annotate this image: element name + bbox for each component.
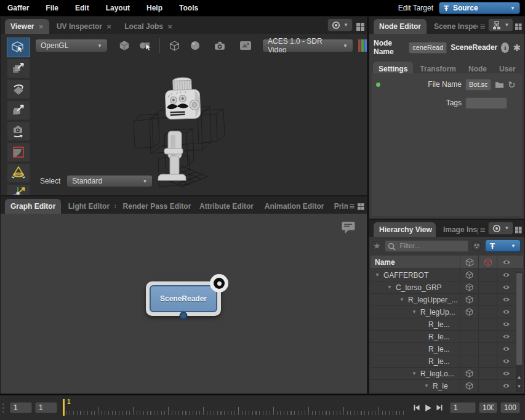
hierarchy-pin-dropdown[interactable]: Ŧ ▼ [485, 240, 521, 252]
tab-scene-inspector[interactable]: Scene Inspecto [428, 19, 478, 34]
frame-input[interactable] [450, 402, 476, 413]
visibility-eye-icon[interactable] [497, 368, 515, 379]
colorspace-dropdown[interactable]: ACES 1.0 - SDR Video ▼ [262, 39, 353, 52]
tab-node-editor[interactable]: Node Editor✕ [374, 19, 427, 34]
range-end-input[interactable] [479, 402, 497, 413]
viewer-viewport[interactable]: OpenGL ▼ ACES 1.0 - SDR V [1, 34, 367, 195]
menu-help[interactable]: Help [146, 4, 162, 12]
table-row[interactable]: R_le... [371, 343, 523, 355]
folder-icon[interactable] [495, 80, 504, 89]
crop-window-tool-button[interactable] [7, 142, 30, 162]
tab-light-editor[interactable]: Light Editor✕ [63, 199, 116, 214]
tab-animation-editor[interactable]: Animation Editor✕ [259, 199, 327, 214]
scrollbar-thumb[interactable] [516, 273, 522, 365]
close-icon[interactable]: ✕ [425, 23, 427, 30]
current-frame-input[interactable] [35, 402, 57, 413]
bookmark-star-icon[interactable]: ★ [373, 241, 381, 251]
tab-hierarchy-view[interactable]: Hierarchy View✕ [374, 222, 436, 237]
playhead[interactable] [63, 399, 65, 416]
tags-input[interactable] [465, 97, 507, 109]
name-column-header[interactable]: Name [371, 258, 460, 267]
timeline-ruler[interactable]: 1 [63, 398, 404, 417]
gear-icon[interactable]: ✱ [513, 43, 521, 52]
panel-menu-icon[interactable]: ≡ [350, 201, 355, 211]
visibility-eye-icon[interactable] [497, 269, 515, 281]
filter-input[interactable] [385, 240, 468, 252]
tab-graph-editor[interactable]: Graph Editor✕ [5, 199, 61, 214]
node-output-port[interactable] [180, 312, 188, 320]
drawing-mode-sphere-icon[interactable] [187, 38, 203, 53]
annotation-bubble-icon[interactable] [341, 221, 356, 234]
scroll-up-icon[interactable]: ▲ [516, 373, 523, 382]
channels-icon[interactable] [358, 39, 367, 52]
shader-cell[interactable] [460, 281, 478, 293]
visibility-eye-icon[interactable] [497, 380, 515, 392]
expand-arrow-icon[interactable]: ▼ [424, 383, 429, 389]
expand-arrow-icon[interactable]: ▼ [375, 272, 380, 278]
shader-cell[interactable] [460, 380, 478, 392]
expand-arrow-icon[interactable]: ▼ [412, 371, 417, 376]
selection-mask-icon[interactable] [137, 38, 153, 53]
scale-tool-button[interactable] [7, 100, 30, 120]
expand-arrow-icon[interactable]: ▼ [387, 285, 392, 290]
viewer-target-menu-button[interactable]: ▼ [327, 18, 353, 31]
skip-to-end-icon[interactable] [436, 404, 443, 411]
filter-options-icon[interactable] [472, 241, 481, 251]
table-row[interactable]: ▼C_torso_GRP [371, 281, 523, 294]
menu-gaffer[interactable]: Gaffer [7, 4, 29, 12]
table-row[interactable]: R_le... [371, 355, 523, 368]
playback-end-input[interactable] [500, 402, 520, 413]
shader-cell[interactable] [460, 306, 478, 318]
tab-primitive-inspector[interactable]: Prim [329, 199, 348, 214]
drag-grip[interactable] [2, 403, 4, 413]
rotate-tool-button[interactable] [7, 79, 30, 99]
node-editor-follow-button[interactable]: ▼ [488, 18, 513, 31]
table-row[interactable]: R_le... [371, 318, 523, 331]
table-row[interactable]: ▼R_le [371, 380, 523, 392]
scroll-down-icon[interactable]: ▼ [516, 382, 523, 391]
tab-render-pass-editor[interactable]: Render Pass Editor✕ [118, 199, 192, 214]
graph-editor-canvas[interactable]: SceneReader [1, 214, 367, 394]
play-icon[interactable] [424, 404, 432, 412]
hierarchy-target-menu-button[interactable]: ▼ [488, 222, 513, 235]
table-row[interactable]: ▼R_legLo... [371, 368, 523, 380]
close-icon[interactable]: ✕ [60, 203, 60, 210]
close-icon[interactable]: ✕ [38, 23, 43, 30]
table-row[interactable]: R_le... [371, 331, 523, 343]
shader-cell[interactable] [460, 294, 478, 305]
frame-range-start-input[interactable] [10, 402, 32, 413]
visibility-eye-icon[interactable] [497, 281, 515, 293]
shader-cell[interactable] [460, 368, 478, 379]
panel-menu-icon[interactable]: ≡ [480, 225, 486, 234]
tab-local-jobs[interactable]: Local Jobs✕ [119, 19, 178, 34]
layout-grid-icon[interactable] [356, 23, 364, 31]
tab-uv-inspector[interactable]: UV Inspector✕ [51, 19, 117, 34]
light-position-tool-button[interactable] [7, 184, 30, 195]
visibility-eye-icon[interactable] [497, 331, 515, 342]
tab-attribute-editor[interactable]: Attribute Editor✕ [194, 199, 257, 214]
focus-ring-icon[interactable] [210, 274, 228, 293]
scrollbar[interactable]: ▲ ▼ [516, 272, 523, 392]
translate-tool-button[interactable] [7, 59, 30, 78]
node-name-input[interactable] [409, 42, 447, 54]
expand-arrow-icon[interactable]: ▼ [412, 309, 417, 315]
file-name-input[interactable] [465, 79, 491, 91]
visibility-eye-icon[interactable] [497, 294, 515, 305]
menu-tools[interactable]: Tools [179, 4, 198, 12]
table-row[interactable]: ▼R_legUpper_... [371, 294, 523, 306]
skip-to-start-icon[interactable] [413, 404, 420, 411]
visibility-eye-icon[interactable] [497, 306, 515, 318]
expand-arrow-icon[interactable]: ▼ [399, 297, 404, 302]
menu-layout[interactable]: Layout [106, 4, 130, 12]
close-icon[interactable]: ✕ [106, 23, 111, 30]
refresh-icon[interactable]: ↻ [508, 80, 516, 89]
layout-grid-icon[interactable] [515, 23, 522, 31]
camera-tool-button[interactable] [7, 121, 30, 141]
scene-view-icon[interactable] [238, 38, 254, 53]
scene-reader-node[interactable]: SceneReader [146, 281, 221, 316]
drawing-mode-cube-icon[interactable] [166, 38, 182, 53]
shader-cell[interactable] [460, 269, 478, 281]
info-icon[interactable]: i [501, 42, 509, 53]
close-icon[interactable]: ✕ [167, 23, 172, 30]
visibility-eye-icon[interactable] [497, 343, 515, 355]
